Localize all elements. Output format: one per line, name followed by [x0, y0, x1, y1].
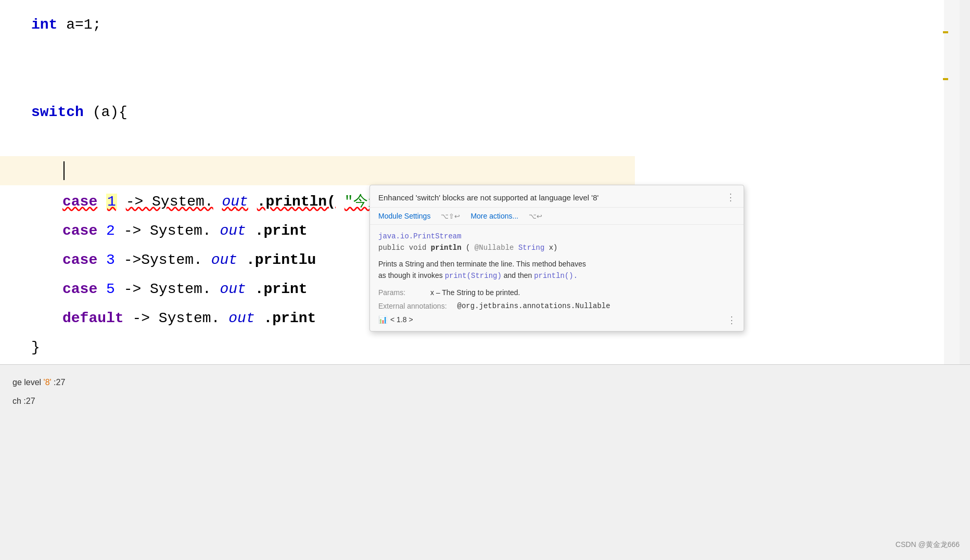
- doc-desc-text-1: Prints a String and then terminate the l…: [378, 260, 586, 268]
- out-field: out: [222, 194, 248, 210]
- case-num-5: 5: [106, 281, 115, 297]
- param-name: x): [549, 244, 558, 252]
- keyword-case: case: [62, 194, 97, 210]
- more-actions-link[interactable]: More actions...: [470, 212, 518, 220]
- popup-header: Enhanced 'switch' blocks are not support…: [370, 185, 744, 208]
- print-method: .print: [264, 310, 316, 326]
- code-text: -> System.: [126, 194, 213, 210]
- method-name: println: [431, 244, 462, 252]
- module-settings-shortcut: ⌥⇧↩: [441, 212, 460, 220]
- bottom-panel: ge level '8' :27 ch :27: [0, 364, 970, 560]
- code-text: -> System.: [124, 281, 211, 297]
- param-type: String: [518, 244, 544, 252]
- ext-annotations-label: External annotations:: [378, 302, 447, 310]
- code-line-close: }: [31, 333, 635, 362]
- doc-inline-code-1: print(String): [445, 272, 502, 280]
- watermark-text: CSDN @黄金龙666: [896, 540, 960, 549]
- version-text: < 1.8 >: [390, 315, 413, 324]
- print-method: .print: [255, 281, 308, 297]
- code-text: -> System.: [124, 223, 211, 239]
- print-method: .print: [255, 223, 308, 239]
- keyword-case: case: [62, 252, 97, 268]
- params-label: Params:: [378, 288, 420, 297]
- case-num-3: 3: [106, 252, 115, 268]
- more-actions-shortcut: ⌥↩: [529, 212, 542, 220]
- bottom-line-2: ch :27: [12, 392, 958, 411]
- doc-desc-text-3: and then: [504, 271, 532, 279]
- popup-doc: java.io.PrintStream public void println …: [370, 225, 744, 331]
- bottom-line-1: ge level '8' :27: [12, 373, 958, 392]
- code-line-5: [31, 127, 635, 156]
- keyword-int: int: [31, 17, 57, 33]
- println-method: .println(: [257, 194, 336, 210]
- code-text: ->System.: [124, 252, 202, 268]
- keyword-case: case: [62, 223, 97, 239]
- keyword-switch: switch: [31, 104, 84, 120]
- case-num-2: 2: [106, 223, 115, 239]
- doc-method-signature: public void println ( @Nullable String x…: [378, 244, 735, 252]
- out-field: out: [220, 281, 246, 297]
- minimap-marker-2: [943, 78, 948, 80]
- code-indent: case 2 -> System. out .print: [62, 223, 308, 239]
- nullable-annotation: @Nullable: [475, 244, 518, 252]
- bottom-highlight-1: '8': [44, 378, 52, 387]
- doc-version: 📊 < 1.8 >: [378, 315, 735, 324]
- module-settings-link[interactable]: Module Settings: [378, 212, 430, 220]
- warning-message: Enhanced 'switch' blocks are not support…: [378, 193, 726, 202]
- printlu-method: .printlu: [246, 252, 316, 268]
- out-field: out: [211, 252, 237, 268]
- keyword-case: case: [62, 281, 97, 297]
- doc-class-name: java.io.PrintStream: [378, 232, 735, 240]
- code-line-1: int a=1;: [31, 10, 635, 40]
- doc-description: Prints a String and then terminate the l…: [378, 258, 735, 282]
- sig-paren: (: [466, 244, 470, 252]
- popup-more-icon[interactable]: ⋮: [726, 192, 735, 203]
- scrollbar[interactable]: [960, 0, 970, 385]
- doc-desc-text-2: as though it invokes: [378, 271, 443, 279]
- doc-params: Params: x – The String to be printed.: [378, 288, 735, 297]
- code-text: a=1;: [66, 17, 101, 33]
- code-indent: case 3 ->System. out .printlu: [62, 252, 316, 268]
- params-value: x – The String to be printed.: [430, 288, 520, 297]
- out-field: out: [228, 310, 254, 326]
- code-indent: case 5 -> System. out .print: [62, 281, 308, 297]
- watermark: CSDN @黄金龙666: [896, 540, 960, 550]
- ext-annotations-value: @org.jetbrains.annotations.Nullable: [457, 302, 610, 310]
- popup-footer-more[interactable]: ⋮: [727, 314, 736, 326]
- case-num-1: 1: [106, 194, 117, 210]
- bottom-text-prefix-1: ge level: [12, 378, 44, 387]
- bottom-text-suffix-1: :27: [54, 378, 65, 387]
- code-line-3: [31, 69, 635, 98]
- keyword-default: default: [62, 310, 124, 326]
- version-icon: 📊: [378, 315, 387, 324]
- code-text: (a){: [93, 104, 127, 120]
- bottom-text-2: ch :27: [12, 397, 35, 405]
- kw-public: public void: [378, 244, 431, 252]
- code-indent: default -> System. out .print: [62, 310, 316, 326]
- out-field: out: [220, 223, 246, 239]
- minimap: [944, 0, 960, 385]
- code-line-2: [31, 40, 635, 69]
- code-line-switch: switch (a){: [31, 98, 635, 127]
- text-cursor: [63, 161, 65, 180]
- doc-ext-annotations: External annotations: @org.jetbrains.ann…: [378, 302, 735, 310]
- popup-actions: Module Settings ⌥⇧↩ More actions... ⌥↩: [370, 208, 744, 225]
- close-brace: }: [31, 339, 40, 355]
- documentation-popup: Enhanced 'switch' blocks are not support…: [369, 185, 744, 332]
- code-text: -> System.: [132, 310, 220, 326]
- code-line-cursor: [0, 156, 635, 185]
- doc-inline-code-2: println().: [534, 272, 578, 280]
- minimap-marker-1: [943, 31, 948, 33]
- cursor-indicator: [62, 162, 65, 179]
